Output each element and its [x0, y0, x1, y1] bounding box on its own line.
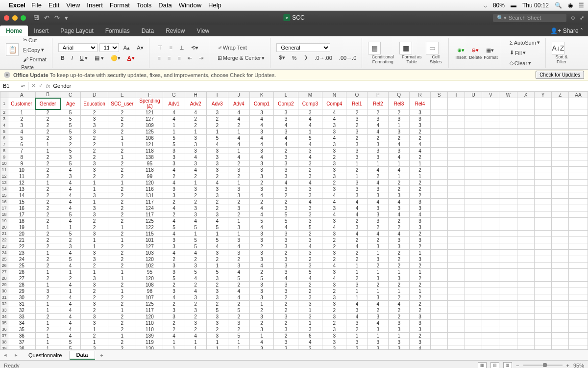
empty-cell[interactable]: [568, 231, 588, 237]
data-cell[interactable]: 3: [368, 218, 389, 224]
data-cell[interactable]: 35: [8, 326, 35, 333]
data-cell[interactable]: 3: [80, 116, 108, 122]
data-cell[interactable]: 2: [274, 301, 298, 307]
data-cell[interactable]: 3: [249, 282, 273, 288]
data-cell[interactable]: 2: [163, 282, 185, 288]
data-cell[interactable]: 5: [206, 237, 228, 243]
data-cell[interactable]: 2: [389, 314, 410, 320]
empty-cell[interactable]: [535, 224, 552, 231]
zoom-button[interactable]: [21, 15, 26, 21]
data-cell[interactable]: 2: [35, 237, 60, 243]
decrease-indent-button[interactable]: ⇤: [185, 53, 195, 63]
empty-cell[interactable]: [430, 218, 447, 224]
empty-cell[interactable]: [535, 250, 552, 256]
empty-cell[interactable]: [448, 224, 465, 231]
data-cell[interactable]: 1: [228, 339, 249, 345]
empty-cell[interactable]: [430, 154, 447, 160]
clock[interactable]: Thu 00:12: [522, 2, 549, 9]
empty-cell[interactable]: [568, 345, 588, 350]
data-cell[interactable]: 1: [346, 288, 368, 294]
empty-cell[interactable]: [482, 256, 499, 263]
empty-cell[interactable]: [535, 326, 552, 333]
autosum-button[interactable]: Σ AutoSum ▾: [507, 38, 542, 47]
data-cell[interactable]: 38: [8, 345, 35, 350]
row-header-33[interactable]: 33: [0, 307, 8, 314]
data-cell[interactable]: 2: [35, 186, 60, 192]
data-cell[interactable]: 2: [346, 218, 368, 224]
data-cell[interactable]: 1: [228, 180, 249, 186]
data-cell[interactable]: 1: [35, 339, 60, 345]
data-cell[interactable]: 3: [298, 186, 322, 192]
data-cell[interactable]: 1: [410, 160, 431, 167]
data-cell[interactable]: 4: [185, 288, 206, 294]
data-cell[interactable]: 4: [274, 180, 298, 186]
data-cell[interactable]: 4: [163, 294, 185, 301]
data-cell[interactable]: 1: [249, 301, 273, 307]
empty-cell[interactable]: [535, 269, 552, 275]
empty-cell[interactable]: [517, 275, 534, 282]
font-family-select[interactable]: Arial: [58, 43, 98, 52]
data-cell[interactable]: 3: [206, 333, 228, 339]
data-cell[interactable]: 2: [228, 122, 249, 129]
increase-indent-button[interactable]: ⇥: [196, 53, 206, 63]
data-cell[interactable]: 121: [136, 109, 163, 116]
font-size-select[interactable]: 11: [99, 43, 119, 52]
data-cell[interactable]: 2: [410, 333, 431, 339]
data-cell[interactable]: 4: [185, 218, 206, 224]
data-cell[interactable]: 3: [80, 275, 108, 282]
data-cell[interactable]: 107: [136, 294, 163, 301]
empty-cell[interactable]: [517, 160, 534, 167]
data-cell[interactable]: 37: [8, 339, 35, 345]
empty-cell[interactable]: [448, 116, 465, 122]
data-cell[interactable]: 29: [8, 288, 35, 294]
data-cell[interactable]: 3: [206, 320, 228, 326]
data-cell[interactable]: 4: [389, 154, 410, 160]
data-cell[interactable]: 3: [274, 116, 298, 122]
data-cell[interactable]: 3: [80, 301, 108, 307]
empty-cell[interactable]: [430, 186, 447, 192]
empty-cell[interactable]: [568, 148, 588, 154]
row-header-16[interactable]: 16: [0, 199, 8, 205]
data-cell[interactable]: 3: [410, 314, 431, 320]
data-cell[interactable]: 2: [206, 326, 228, 333]
data-cell[interactable]: 3: [322, 122, 346, 129]
data-cell[interactable]: 1: [346, 160, 368, 167]
copy-button[interactable]: ⎘ Copy ▾: [21, 45, 49, 54]
data-cell[interactable]: 1: [368, 333, 389, 339]
data-cell[interactable]: 124: [136, 205, 163, 211]
data-cell[interactable]: 1: [8, 109, 35, 116]
data-cell[interactable]: 3: [322, 282, 346, 288]
data-cell[interactable]: 1: [228, 129, 249, 135]
number-format-select[interactable]: General: [276, 43, 330, 52]
data-cell[interactable]: 120: [136, 180, 163, 186]
data-cell[interactable]: 1: [80, 199, 108, 205]
cancel-formula-icon[interactable]: ✕: [31, 82, 36, 89]
border-button[interactable]: ▦ ▾: [92, 53, 106, 63]
empty-cell[interactable]: [482, 307, 499, 314]
data-cell[interactable]: 1: [60, 224, 81, 231]
empty-cell[interactable]: [448, 345, 465, 350]
data-cell[interactable]: 2: [410, 294, 431, 301]
data-cell[interactable]: 3: [389, 116, 410, 122]
data-cell[interactable]: 2: [410, 180, 431, 186]
data-cell[interactable]: 3: [185, 141, 206, 148]
empty-cell[interactable]: [465, 192, 482, 199]
empty-cell[interactable]: [499, 154, 517, 160]
data-cell[interactable]: 5: [228, 333, 249, 339]
data-cell[interactable]: 3: [389, 320, 410, 326]
data-cell[interactable]: 3: [80, 345, 108, 350]
empty-cell[interactable]: [552, 231, 569, 237]
data-cell[interactable]: 2: [228, 314, 249, 320]
data-cell[interactable]: 4: [322, 263, 346, 269]
empty-cell[interactable]: [535, 231, 552, 237]
align-center-button[interactable]: ≡: [165, 53, 173, 62]
data-cell[interactable]: 4: [389, 199, 410, 205]
empty-cell[interactable]: [568, 180, 588, 186]
data-cell[interactable]: 4: [249, 224, 273, 231]
data-cell[interactable]: 4: [185, 333, 206, 339]
empty-cell[interactable]: [499, 294, 517, 301]
empty-cell[interactable]: [499, 129, 517, 135]
empty-cell[interactable]: [517, 192, 534, 199]
empty-cell[interactable]: [465, 301, 482, 307]
empty-cell[interactable]: [499, 167, 517, 173]
